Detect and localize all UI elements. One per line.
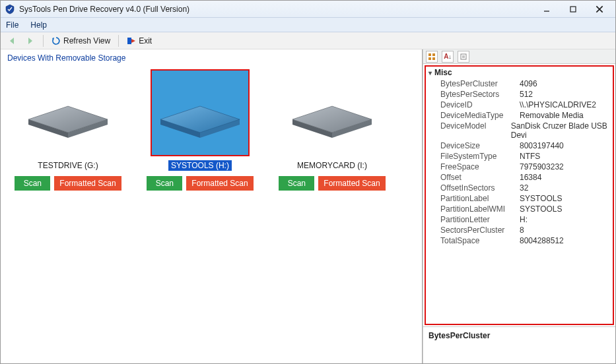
property-row[interactable]: PartitionLabelWMISYSTOOLS xyxy=(426,204,613,214)
properties-grid[interactable]: ▾ Misc BytesPerCluster4096BytesPerSector… xyxy=(425,65,614,325)
property-row[interactable]: FileSystemTypeNTFS xyxy=(426,151,613,162)
property-key: DeviceID xyxy=(440,100,520,109)
devices-header: Devices With Removable Storage xyxy=(1,49,422,67)
exit-label: Exit xyxy=(139,36,152,46)
drive-icon xyxy=(18,69,118,156)
devices-panel: Devices With Removable Storage TESTDRIVE… xyxy=(1,49,423,363)
maximize-button[interactable] xyxy=(560,2,586,16)
property-value: SYSTOOLS xyxy=(520,204,562,214)
svg-marker-8 xyxy=(131,39,135,43)
property-key: SectorsPerCluster xyxy=(440,226,520,235)
property-row[interactable]: FreeSpace7975903232 xyxy=(426,162,613,172)
drive-item[interactable]: SYSTOOLS (H:)ScanFormatted Scan xyxy=(145,69,256,191)
drive-item[interactable]: MEMORYCARD (I:)ScanFormatted Scan xyxy=(277,69,388,191)
property-key: BytesPerCluster xyxy=(440,79,520,88)
property-value: 512 xyxy=(520,90,533,99)
categorize-icon[interactable] xyxy=(426,51,438,63)
svg-rect-23 xyxy=(428,57,431,60)
category-label: Misc xyxy=(434,68,452,77)
formatted-scan-button[interactable]: Formatted Scan xyxy=(318,176,385,191)
drive-actions: ScanFormatted Scan xyxy=(15,176,121,191)
scan-button[interactable]: Scan xyxy=(147,176,182,191)
property-key: PartitionLetter xyxy=(440,215,520,224)
property-row[interactable]: BytesPerCluster4096 xyxy=(426,78,613,89)
svg-rect-22 xyxy=(432,53,435,56)
property-category[interactable]: ▾ Misc xyxy=(426,67,613,78)
property-value: 8 xyxy=(520,226,524,235)
properties-description: BytesPerCluster xyxy=(423,326,615,363)
property-value: \\.\PHYSICALDRIVE2 xyxy=(520,100,596,109)
property-row[interactable]: BytesPerSectors512 xyxy=(426,89,613,100)
formatted-scan-button[interactable]: Formatted Scan xyxy=(54,176,121,191)
refresh-button[interactable]: Refresh View xyxy=(49,35,113,47)
drive-icon xyxy=(283,69,382,156)
drive-item[interactable]: TESTDRIVE (G:)ScanFormatted Scan xyxy=(13,69,123,191)
property-value: 16384 xyxy=(520,173,541,182)
property-key: FreeSpace xyxy=(440,162,520,171)
property-row[interactable]: Offset16384 xyxy=(426,172,613,183)
nav-forward-button[interactable] xyxy=(23,35,38,47)
svg-rect-21 xyxy=(428,53,431,56)
property-key: PartitionLabel xyxy=(440,194,520,203)
property-value: Removable Media xyxy=(520,111,584,120)
property-row[interactable]: DeviceModelSanDisk Cruzer Blade USB Devi xyxy=(426,121,613,140)
property-key: PartitionLabelWMI xyxy=(440,204,520,214)
property-value: 32 xyxy=(520,183,528,193)
property-value: 7975903232 xyxy=(520,162,564,171)
property-key: DeviceSize xyxy=(440,141,520,150)
svg-rect-1 xyxy=(570,7,576,12)
drive-actions: ScanFormatted Scan xyxy=(147,176,253,191)
drive-label: TESTDRIVE (G:) xyxy=(35,160,100,171)
collapse-icon[interactable]: ▾ xyxy=(428,69,432,76)
property-value: 8004288512 xyxy=(520,236,564,245)
properties-panel: A↓ ▾ Misc BytesPerCluster4096BytesPerSec… xyxy=(423,49,615,363)
svg-marker-5 xyxy=(28,38,32,44)
drive-icon xyxy=(151,69,250,156)
scan-button[interactable]: Scan xyxy=(279,176,314,191)
app-icon xyxy=(5,4,15,15)
property-row[interactable]: SectorsPerCluster8 xyxy=(426,225,613,235)
exit-button[interactable]: Exit xyxy=(124,35,154,47)
property-key: DeviceMediaType xyxy=(440,111,520,120)
close-button[interactable] xyxy=(586,2,613,16)
property-row[interactable]: TotalSpace8004288512 xyxy=(426,235,613,246)
property-row[interactable]: OffsetInSectors32 xyxy=(426,183,613,193)
property-pages-icon[interactable] xyxy=(458,51,469,63)
property-value: 4096 xyxy=(520,79,537,88)
property-row[interactable]: DeviceMediaTypeRemovable Media xyxy=(426,110,613,121)
property-row[interactable]: DeviceSize8003197440 xyxy=(426,140,613,151)
minimize-button[interactable] xyxy=(533,2,560,16)
menu-help[interactable]: Help xyxy=(30,20,47,30)
drive-label: MEMORYCARD (I:) xyxy=(294,160,370,171)
property-key: OffsetInSectors xyxy=(440,183,520,193)
menu-file[interactable]: File xyxy=(6,20,18,30)
title-bar[interactable]: SysTools Pen Drive Recovery v4.0 (Full V… xyxy=(1,1,615,18)
property-key: FileSystemType xyxy=(440,152,520,161)
svg-rect-24 xyxy=(432,57,435,60)
selected-property-name: BytesPerCluster xyxy=(428,331,490,340)
formatted-scan-button[interactable]: Formatted Scan xyxy=(186,176,253,191)
svg-rect-7 xyxy=(127,38,131,44)
drive-actions: ScanFormatted Scan xyxy=(279,176,385,191)
property-value: 8003197440 xyxy=(520,141,564,150)
property-key: DeviceModel xyxy=(440,121,511,140)
svg-marker-4 xyxy=(10,38,14,44)
property-row[interactable]: PartitionLabelSYSTOOLS xyxy=(426,193,613,204)
drive-label: SYSTOOLS (H:) xyxy=(168,160,232,171)
svg-rect-25 xyxy=(461,54,466,59)
toolbar-separator xyxy=(118,35,119,47)
property-value: NTFS xyxy=(520,152,540,161)
toolbar: Refresh View Exit xyxy=(1,32,615,49)
property-key: BytesPerSectors xyxy=(440,90,520,99)
property-row[interactable]: PartitionLetterH: xyxy=(426,214,613,225)
window-title: SysTools Pen Drive Recovery v4.0 (Full V… xyxy=(19,5,533,14)
sort-alpha-icon[interactable]: A↓ xyxy=(442,51,454,63)
property-row[interactable]: DeviceID\\.\PHYSICALDRIVE2 xyxy=(426,100,613,110)
nav-back-button[interactable] xyxy=(5,35,19,47)
refresh-label: Refresh View xyxy=(63,36,110,46)
property-key: TotalSpace xyxy=(440,236,520,245)
property-value: SanDisk Cruzer Blade USB Devi xyxy=(511,121,613,140)
properties-toolbar: A↓ xyxy=(423,49,615,64)
scan-button[interactable]: Scan xyxy=(15,176,50,191)
toolbar-separator xyxy=(43,35,44,47)
